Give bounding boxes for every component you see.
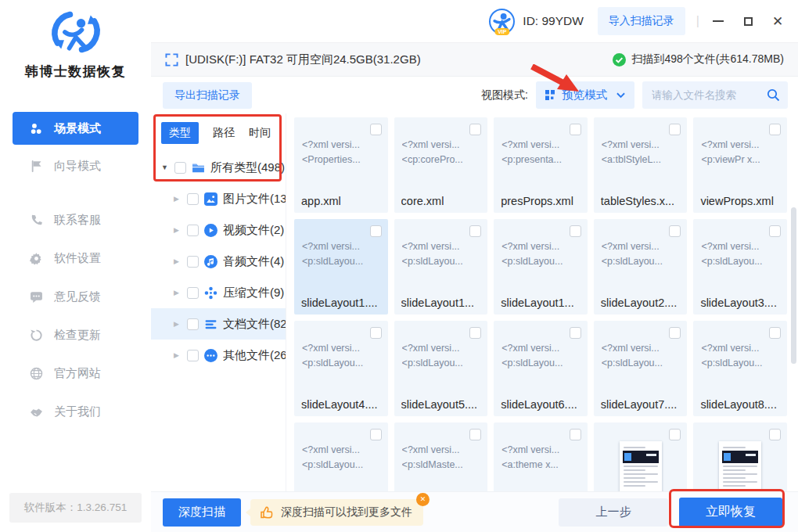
checkbox[interactable] [669, 429, 681, 440]
file-card[interactable]: <?xml versi...<p:sldLayou... [294, 422, 388, 491]
caret-right-icon[interactable]: ▶ [174, 351, 182, 359]
file-card[interactable]: <?xml versi...<p:sldLayou...slideLayout2… [594, 219, 688, 315]
previous-step-button[interactable]: 上一步 [559, 498, 668, 527]
scan-success-icon [613, 53, 626, 66]
file-card[interactable]: <?xml versi...<p:sldLayou...slideLayout4… [294, 321, 388, 416]
tooltip-close-icon[interactable]: ✕ [416, 493, 430, 506]
file-card[interactable]: <?xml versi...<p:sldLayou...slideLayout6… [494, 321, 588, 416]
app-window: 韩博士数据恢复 场景模式 向导模式 联系客服软件设置意见反馈检查更新官方网站关于… [0, 0, 798, 532]
caret-right-icon[interactable]: ▶ [174, 195, 182, 203]
view-mode-dropdown[interactable]: 预览模式 [536, 81, 634, 109]
sidebar-item-gear[interactable]: 软件设置 [0, 239, 151, 278]
file-card[interactable]: <?xml versi...<p:sldLayou...slideLayout1… [394, 219, 488, 315]
sidebar-item-handshake[interactable]: 关于我们 [0, 393, 151, 431]
tree-item-audio-file[interactable]: ▶音频文件(4) [151, 246, 286, 277]
file-card[interactable]: <?xml versi...<p:sldMaste... [394, 422, 488, 491]
checkbox[interactable] [370, 225, 382, 237]
checkbox[interactable] [469, 429, 481, 440]
checkbox[interactable] [187, 225, 199, 236]
sidebar-item-wizard-mode[interactable]: 向导模式 [13, 149, 138, 182]
checkbox[interactable] [187, 193, 199, 205]
search-input[interactable] [650, 88, 767, 102]
file-card[interactable] [594, 422, 688, 491]
sidebar-item-label: 关于我们 [54, 404, 101, 419]
user-id: ID: 99YDW [523, 14, 584, 28]
caret-right-icon[interactable]: ▶ [174, 320, 182, 328]
checkbox[interactable] [370, 327, 382, 339]
sidebar-item-globe[interactable]: 官方网站 [0, 354, 151, 393]
file-card[interactable]: <?xml versi...<p:presenta...presProps.xm… [494, 117, 588, 213]
minimize-button[interactable] [712, 15, 724, 27]
checkbox[interactable] [669, 327, 681, 339]
export-scan-record-button[interactable]: 导出扫描记录 [163, 82, 252, 109]
checkbox[interactable] [769, 327, 781, 339]
sidebar-item-feedback[interactable]: 意见反馈 [0, 278, 151, 316]
checkbox[interactable] [769, 124, 781, 135]
import-scan-record-button[interactable]: 导入扫描记录 [598, 7, 685, 35]
sidebar-item-scene-mode[interactable]: 场景模式 [13, 112, 138, 145]
sidebar-item-update[interactable]: 检查更新 [0, 316, 151, 354]
handshake-icon [30, 405, 43, 419]
checkbox[interactable] [570, 124, 581, 135]
deep-scan-button[interactable]: 深度扫描 [163, 498, 241, 527]
file-card[interactable]: <?xml versi...<p:sldLayou...slideLayout8… [693, 321, 787, 416]
file-card[interactable]: <?xml versi...<p:viewPr x...viewProps.xm… [693, 117, 787, 213]
checkbox[interactable] [669, 225, 681, 237]
tree-item-archive-file[interactable]: ▶压缩文件(9) [151, 277, 286, 308]
file-card[interactable]: <?xml versi...<a:theme x... [494, 422, 588, 491]
file-card[interactable] [693, 422, 787, 491]
file-card[interactable]: <?xml versi...<a:tblStyleL...tableStyles… [594, 117, 688, 213]
tree-item-label: 压缩文件(9) [223, 286, 284, 300]
caret-down-icon[interactable]: ▼ [161, 164, 169, 171]
checkbox[interactable] [469, 124, 481, 135]
tab-path[interactable]: 路径 [213, 122, 235, 144]
file-card[interactable]: <?xml versi...<p:sldLayou...slideLayout1… [494, 219, 588, 315]
file-preview-text: <?xml versi...<p:presenta... [501, 138, 584, 167]
checkbox[interactable] [187, 318, 199, 330]
recover-now-button[interactable]: 立即恢复 [679, 498, 782, 527]
search-icon[interactable] [767, 88, 780, 102]
checkbox[interactable] [469, 225, 481, 237]
file-card[interactable]: <?xml versi...<p:sldLayou...slideLayout1… [294, 219, 388, 315]
tree-root-all-types[interactable]: ▼ 所有类型(498) [151, 152, 286, 183]
file-preview-text: <?xml versi...<p:sldLayou... [402, 239, 485, 269]
tab-type[interactable]: 类型 [161, 122, 199, 144]
file-grid-wrap: <?xml versi...<Properties...app.xml<?xml… [286, 113, 798, 491]
tree-item-video-file[interactable]: ▶视频文件(2) [151, 214, 286, 246]
caret-right-icon[interactable]: ▶ [174, 226, 182, 234]
file-card[interactable]: <?xml versi...<cp:corePro...core.xml [394, 117, 488, 213]
titlebar: VIP ID: 99YDW 导入扫描记录 | ✕ [151, 0, 798, 43]
footer: 深度扫描 深度扫描可以找到更多文件 ✕ 上一步 立即恢复 [151, 491, 798, 532]
tab-time[interactable]: 时间 [249, 122, 271, 144]
checkbox[interactable] [570, 225, 581, 237]
file-card[interactable]: <?xml versi...<p:sldLayou...slideLayout5… [394, 321, 488, 416]
checkbox[interactable] [187, 350, 199, 361]
file-card[interactable]: <?xml versi...<p:sldLayou...slideLayout3… [693, 219, 787, 315]
close-button[interactable]: ✕ [771, 15, 784, 27]
checkbox[interactable] [669, 124, 681, 135]
user-avatar[interactable]: VIP [489, 9, 515, 34]
caret-right-icon[interactable]: ▶ [174, 289, 182, 297]
maximize-button[interactable] [742, 15, 754, 27]
drive-info: [UDISK(F:)] FAT32 可用空间24.5GB(31.2GB) [185, 52, 421, 67]
vertical-scrollbar[interactable] [791, 207, 796, 364]
file-card[interactable]: <?xml versi...<p:sldLayou...slideLayout7… [594, 321, 688, 416]
checkbox[interactable] [570, 429, 581, 440]
globe-icon [30, 367, 43, 380]
checkbox[interactable] [187, 287, 199, 299]
checkbox[interactable] [370, 124, 382, 135]
tree-item-image-file[interactable]: ▶图片文件(13... [151, 183, 286, 214]
file-preview-text: <?xml versi...<p:sldMaste... [402, 443, 485, 473]
sidebar-item-phone[interactable]: 联系客服 [0, 201, 151, 239]
tree-item-other-file[interactable]: ▶其他文件(26... [151, 340, 286, 371]
checkbox[interactable] [570, 327, 581, 339]
checkbox[interactable] [769, 429, 781, 440]
checkbox[interactable] [769, 225, 781, 237]
checkbox[interactable] [187, 256, 199, 268]
checkbox[interactable] [469, 327, 481, 339]
file-card[interactable]: <?xml versi...<Properties...app.xml [294, 117, 388, 213]
checkbox[interactable] [174, 162, 186, 174]
caret-right-icon[interactable]: ▶ [174, 257, 182, 265]
checkbox[interactable] [370, 429, 382, 440]
tree-item-document-file[interactable]: ▶文档文件(82) [151, 308, 286, 340]
